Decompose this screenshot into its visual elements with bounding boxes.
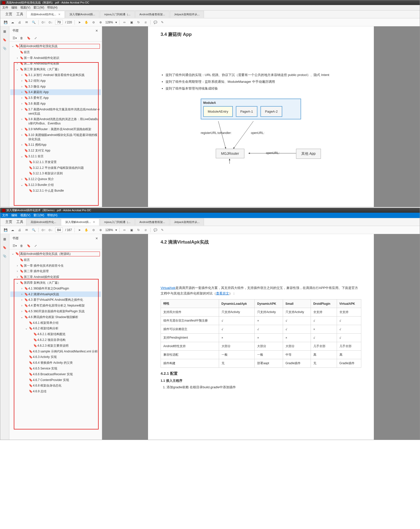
document-tab[interactable]: 高级Android组件化...✕: [26, 11, 65, 18]
expand-icon[interactable]: ›: [20, 85, 23, 89]
expand-icon[interactable]: ⌄: [20, 315, 23, 319]
bookmark-item[interactable]: ›🔖3.1 从智行 Android 项目看组件化架构实践: [10, 72, 101, 78]
bookmark-item[interactable]: 🔖4.6.8 框架自身动态化: [10, 383, 101, 389]
delete-bookmark-icon[interactable]: 🗑: [19, 36, 24, 40]
bookmark-item[interactable]: ⌄🔖3.12.1 前言: [10, 154, 101, 159]
document-tab[interactable]: Jetpack架构组件从...: [170, 11, 204, 18]
bookmark-item[interactable]: 🔖4.6.5 Service 实现: [10, 366, 101, 371]
title-bar[interactable]: 高级Android组件化强化实战（附源码）.pdf - Adobe Acroba…: [0, 0, 420, 5]
main-tab[interactable]: 主页: [5, 220, 12, 224]
menu-item[interactable]: 文件: [2, 6, 8, 10]
document-tab[interactable]: Android热修复框架...: [135, 11, 169, 18]
expand-icon[interactable]: ›: [20, 286, 23, 291]
page-up-icon[interactable]: ⊙↑: [41, 20, 46, 25]
save-icon[interactable]: 💾: [3, 20, 8, 25]
expand-icon[interactable]: ›: [20, 177, 23, 181]
menu-item[interactable]: 窗口(W): [33, 213, 44, 217]
print-icon[interactable]: 🖨: [17, 228, 22, 232]
main-tab[interactable]: 工具: [16, 220, 23, 224]
fit-page-icon[interactable]: ▣: [129, 20, 134, 25]
new-bookmark-icon[interactable]: 🔖: [26, 244, 31, 248]
page-number-input[interactable]: [55, 228, 63, 232]
options-icon[interactable]: ☰▾: [12, 36, 17, 40]
menu-item[interactable]: 视图(V): [20, 6, 30, 10]
bookmark-item[interactable]: ›🔖3.11 携程App: [10, 142, 101, 148]
bookmark-item[interactable]: ›🔖第一章 Android组件化初识: [10, 55, 101, 61]
expand-icon[interactable]: ›: [20, 143, 23, 147]
menu-item[interactable]: 帮助(H): [47, 6, 57, 10]
expand-icon[interactable]: ⌄: [25, 326, 28, 331]
expand-icon[interactable]: ⌄: [16, 67, 19, 71]
document-tab[interactable]: 深入理解Android插...✕: [61, 218, 99, 226]
menu-item[interactable]: 文件: [2, 213, 8, 217]
bookmark-item[interactable]: 🔖4.6.6 BroadcastReceiver 实现: [10, 371, 101, 377]
delete-bookmark-icon[interactable]: 🗑: [19, 244, 24, 248]
new-bookmark-icon[interactable]: 🔖: [26, 36, 31, 40]
bookmark-item[interactable]: 🔖4.6.7 ContentProvider 实现: [10, 377, 101, 383]
bookmark-item[interactable]: ›🔖3.9 WMRouter：美团外卖Android开源路由框架: [10, 126, 101, 132]
expand-icon[interactable]: ›: [16, 275, 19, 279]
bookmark-item[interactable]: ⌄🔖4.6.2 框架结构分析: [10, 326, 101, 331]
menu-item[interactable]: 编辑: [11, 6, 17, 10]
options-icon[interactable]: ☰▾: [12, 244, 17, 248]
rotate-icon[interactable]: ↻: [136, 228, 141, 232]
thumbnails-icon[interactable]: ▦: [2, 29, 7, 34]
fit-page-icon[interactable]: ▣: [129, 228, 134, 232]
bookmark-item[interactable]: ›🔖3.6 美团 App: [10, 101, 101, 107]
page-up-icon[interactable]: ⊙↑: [41, 228, 46, 232]
document-tab[interactable]: Jetpack架构组件从...: [170, 218, 204, 225]
attachments-icon[interactable]: 📎: [2, 46, 7, 51]
bookmark-item[interactable]: ›🔖3.12.2 Quinox 简介: [10, 176, 101, 182]
thumbnails-icon[interactable]: ▦: [2, 237, 7, 242]
bookmark-item[interactable]: ›🔖3.8 美团Android消息总线的演进之路：用LiveDataBus替代R…: [10, 116, 101, 126]
main-tab[interactable]: 工具: [16, 12, 23, 17]
title-bar[interactable]: 深入理解Android插件化技术（附Demo）.pdf - Adobe Acro…: [0, 208, 420, 213]
zoom-in-icon[interactable]: ⊕: [98, 228, 103, 232]
tab-close-icon[interactable]: ✕: [93, 220, 95, 223]
bookmark-item[interactable]: 🔖3.12 支付宝 App: [10, 148, 101, 154]
attachments-icon[interactable]: 📎: [2, 254, 7, 259]
bookmark-root[interactable]: ⌄ 🔖 高级Android插件化强化实战（附源码）: [10, 251, 101, 257]
fit-width-icon[interactable]: ⬄: [122, 20, 127, 25]
document-view[interactable]: 4.2 滴滴VirtualApk实战 VirtualApk是滴滴开源的一套插件化…: [102, 234, 420, 440]
menu-item[interactable]: 视图(V): [20, 213, 30, 217]
fit-width-icon[interactable]: ⬄: [122, 228, 127, 232]
expand-icon[interactable]: ›: [20, 117, 23, 121]
document-view[interactable]: 3.4 蘑菇街 App 提到了组件间通信的实现：URL 统跳、协议下沉（需要有一…: [102, 26, 420, 207]
expand-icon[interactable]: ⌄: [20, 154, 23, 159]
collapse-icon[interactable]: ⌄: [11, 252, 14, 256]
read-mode-icon[interactable]: ⎚: [143, 20, 148, 25]
bookmark-item[interactable]: ›🔖第一章 插件化技术的前世今生: [10, 263, 101, 269]
main-tab[interactable]: 主页: [5, 12, 12, 17]
menu-item[interactable]: 窗口(W): [33, 6, 44, 10]
bookmark-item[interactable]: 🔖4.6.3 Activity 实现: [10, 354, 101, 360]
bookmark-item[interactable]: 🔖4.6.4 替换插件 Activity 的父类: [10, 360, 101, 366]
zoom-level[interactable]: 128%: [105, 21, 113, 24]
bookmark-item[interactable]: ›🔖3.10 美团猫眼android模块化实战-可能是最详细的模块化实战: [10, 132, 101, 142]
expand-icon[interactable]: ›: [20, 304, 23, 308]
page-number-input[interactable]: [55, 20, 63, 25]
bookmark-item[interactable]: ⌄🔖3.12.3 Bundle 介绍: [10, 182, 101, 188]
search-icon[interactable]: 🔍: [31, 20, 36, 25]
bookmark-item[interactable]: ›🔖第二章 插件化原理: [10, 268, 101, 274]
link-source[interactable]: 查看原文: [216, 291, 229, 295]
page-down-icon[interactable]: ⊙↓: [48, 20, 53, 25]
bookmark-item[interactable]: 🔖4.6.2.3 框架主要类说明: [10, 343, 101, 349]
expand-icon[interactable]: ⌄: [20, 183, 23, 187]
collapse-icon[interactable]: ⌄: [11, 44, 14, 48]
close-panel-icon[interactable]: ✕: [94, 236, 99, 241]
document-tab[interactable]: 深入理解Android插...: [65, 11, 99, 18]
zoom-level[interactable]: 128%: [105, 228, 113, 232]
bookmark-item[interactable]: ⌄🔖第三章 架构演化（大厂篇）: [10, 66, 101, 72]
mail-icon[interactable]: ✉: [24, 20, 29, 25]
bookmark-item[interactable]: 🔖3.12.1.2 平台级客户端框架面临的问题: [10, 165, 101, 171]
link-virtualapk[interactable]: VirtualApk: [161, 286, 175, 290]
highlight-icon[interactable]: ✎: [160, 228, 165, 232]
menu-item[interactable]: 编辑: [11, 213, 17, 217]
bookmark-item[interactable]: ›🔖3.3 微信 App: [10, 84, 101, 90]
bookmark-item[interactable]: 🔖前言: [10, 257, 101, 263]
document-tab[interactable]: rxjava入门到精通（...: [100, 11, 135, 18]
document-tab[interactable]: Android热修复框架...: [135, 218, 169, 225]
document-tab[interactable]: rxjava入门到精通（...: [100, 218, 135, 225]
bookmark-item[interactable]: 🔖4.6.1 框架简单介绍: [10, 320, 101, 326]
